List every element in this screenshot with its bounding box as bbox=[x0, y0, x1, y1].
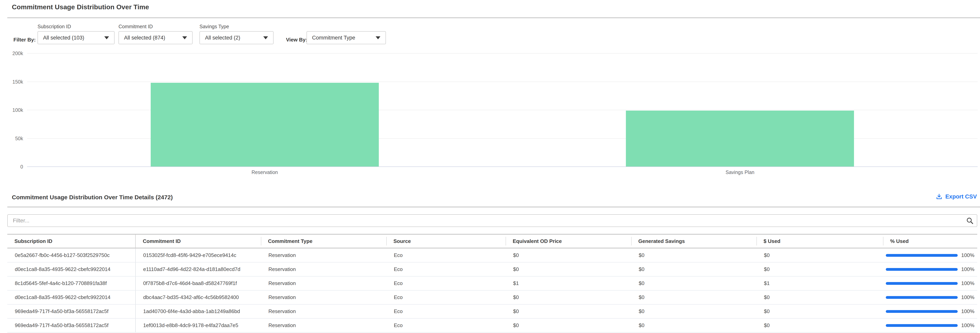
column-header-dollar-used: $ Used bbox=[756, 235, 883, 248]
subscription-id-dropdown[interactable]: All selected (103) bbox=[38, 31, 115, 44]
cell-commitment-id: 0153025f-fcd8-45f6-9429-e705ece9414c bbox=[136, 249, 261, 262]
cell-used: $0 bbox=[756, 290, 883, 304]
cell-commitment-type: Reservation bbox=[261, 304, 386, 318]
chevron-down-icon bbox=[104, 36, 109, 39]
savings-type-dropdown-value: All selected (2) bbox=[205, 35, 260, 41]
cell-generated-savings: $0 bbox=[631, 290, 756, 304]
y-axis-tick-label: 150k bbox=[13, 79, 23, 84]
percent-used-label: 100% bbox=[961, 266, 974, 272]
table-row: d0ec1ca8-8a35-4935-9622-cbefc9922014dbc4… bbox=[7, 290, 977, 304]
cell-generated-savings: $0 bbox=[631, 277, 756, 290]
cell-used: $1 bbox=[756, 277, 883, 290]
cell-source: Eco bbox=[386, 319, 506, 332]
percent-used-label: 100% bbox=[961, 322, 974, 328]
percent-used-label: 100% bbox=[961, 308, 974, 314]
export-csv-label: Export CSV bbox=[945, 193, 977, 200]
gridline bbox=[27, 53, 978, 54]
cell-subscription-id: d0ec1ca8-8a35-4935-9622-cbefc9922014 bbox=[7, 290, 136, 304]
gridline bbox=[27, 81, 978, 82]
percent-used-progress-bar bbox=[886, 296, 958, 299]
y-axis-tick-label: 100k bbox=[13, 107, 23, 113]
details-table: Subscription ID Commitment ID Commitment… bbox=[7, 234, 977, 333]
table-filter bbox=[7, 214, 977, 227]
table-header-row: Subscription ID Commitment ID Commitment… bbox=[7, 234, 977, 249]
cell-commitment-type: Reservation bbox=[261, 263, 386, 276]
filter-group-commitment-id: Commitment ID All selected (874) bbox=[118, 24, 192, 44]
cell-equivalent-od-price: $0 bbox=[506, 304, 631, 318]
view-by-dropdown[interactable]: Commitment Type bbox=[307, 31, 386, 44]
cell-equivalent-od-price: $0 bbox=[506, 249, 631, 262]
cell-commitment-id: 1ad40700-6f4e-4a3d-abba-1ab1249a86bd bbox=[136, 304, 261, 318]
bar-reservation[interactable] bbox=[151, 83, 379, 167]
cell-commitment-type: Reservation bbox=[261, 249, 386, 262]
view-by-label: View By: bbox=[286, 37, 307, 43]
commitment-id-dropdown-value: All selected (874) bbox=[124, 35, 179, 41]
commitment-usage-dashboard: Commitment Usage Distribution Over Time … bbox=[0, 0, 980, 333]
cell-subscription-id: d0ec1ca8-8a35-4935-9622-cbefc9922014 bbox=[7, 263, 136, 276]
percent-used-progress-bar bbox=[886, 282, 958, 285]
cell-used: $0 bbox=[756, 319, 883, 332]
percent-used-progress-bar bbox=[886, 254, 958, 257]
cell-used-percent: 100% bbox=[883, 304, 977, 318]
savings-type-label: Savings Type bbox=[199, 24, 274, 30]
table-filter-input[interactable] bbox=[7, 214, 977, 227]
section-divider bbox=[7, 207, 980, 207]
commitment-usage-bar-chart: 050k100k150k200k ReservationSavings Plan bbox=[27, 53, 978, 182]
column-header-source: Source bbox=[386, 235, 506, 248]
cell-commitment-id: 0f7875b8-d7c6-46d4-baa8-d58247769f1f bbox=[136, 277, 261, 290]
cell-generated-savings: $0 bbox=[631, 263, 756, 276]
table-row: 0e5a2667-fb0c-4456-b127-503f2529750c0153… bbox=[7, 249, 977, 263]
cell-used-percent: 100% bbox=[883, 290, 977, 304]
percent-used-progress-bar bbox=[886, 310, 958, 313]
cell-subscription-id: 0e5a2667-fb0c-4456-b127-503f2529750c bbox=[7, 249, 136, 262]
search-icon[interactable] bbox=[966, 217, 974, 225]
cell-subscription-id: 969eda49-717f-4a50-bf3a-56558172ac5f bbox=[7, 319, 136, 332]
cell-equivalent-od-price: $0 bbox=[506, 263, 631, 276]
bar-savings-plan[interactable] bbox=[626, 111, 854, 167]
savings-type-dropdown[interactable]: All selected (2) bbox=[199, 31, 274, 44]
column-header-percent-used: % Used bbox=[883, 235, 977, 248]
cell-subscription-id: 969eda49-717f-4a50-bf3a-56558172ac5f bbox=[7, 304, 136, 318]
column-header-commitment-type: Commitment Type bbox=[261, 235, 386, 248]
cell-used-percent: 100% bbox=[883, 277, 977, 290]
column-header-subscription-id: Subscription ID bbox=[7, 235, 136, 248]
cell-source: Eco bbox=[386, 304, 506, 318]
export-csv-button[interactable]: Export CSV bbox=[936, 193, 977, 200]
cell-equivalent-od-price: $0 bbox=[506, 290, 631, 304]
cell-equivalent-od-price: $0 bbox=[506, 319, 631, 332]
column-header-commitment-id: Commitment ID bbox=[136, 235, 261, 248]
cell-commitment-id: 1ef0013d-e8b8-4dc9-9178-e4fa27daa7e5 bbox=[136, 319, 261, 332]
commitment-id-label: Commitment ID bbox=[118, 24, 192, 30]
cell-used-percent: 100% bbox=[883, 249, 977, 262]
column-header-equivalent-od-price: Equivalent OD Price bbox=[506, 235, 631, 248]
filter-group-view-by: Commitment Type bbox=[307, 31, 386, 44]
cell-used: $0 bbox=[756, 249, 883, 262]
cell-commitment-type: Reservation bbox=[261, 277, 386, 290]
page-title: Commitment Usage Distribution Over Time bbox=[12, 3, 149, 11]
cell-source: Eco bbox=[386, 277, 506, 290]
percent-used-label: 100% bbox=[961, 252, 974, 258]
filter-group-subscription-id: Subscription ID All selected (103) bbox=[38, 24, 115, 44]
chart-plot-area: 050k100k150k200k bbox=[27, 53, 978, 167]
view-by-dropdown-value: Commitment Type bbox=[312, 35, 372, 41]
cell-subscription-id: 8c1d5645-5fef-4a4c-b120-7708891fa38f bbox=[7, 277, 136, 290]
commitment-id-dropdown[interactable]: All selected (874) bbox=[118, 31, 192, 44]
table-row: 969eda49-717f-4a50-bf3a-56558172ac5f1ad4… bbox=[7, 304, 977, 319]
percent-used-label: 100% bbox=[961, 294, 974, 300]
cell-used: $0 bbox=[756, 263, 883, 276]
subscription-id-dropdown-value: All selected (103) bbox=[43, 35, 101, 41]
cell-equivalent-od-price: $1 bbox=[506, 277, 631, 290]
cell-used-percent: 100% bbox=[883, 263, 977, 276]
table-row: 8c1d5645-5fef-4a4c-b120-7708891fa38f0f78… bbox=[7, 277, 977, 290]
y-axis-tick-label: 200k bbox=[13, 51, 23, 56]
cell-used: $0 bbox=[756, 304, 883, 318]
column-header-generated-savings: Generated Savings bbox=[631, 235, 756, 248]
filter-group-savings-type: Savings Type All selected (2) bbox=[199, 24, 274, 44]
chevron-down-icon bbox=[182, 36, 187, 39]
cell-source: Eco bbox=[386, 290, 506, 304]
table-body: 0e5a2667-fb0c-4456-b127-503f2529750c0153… bbox=[7, 249, 977, 333]
table-row: 969eda49-717f-4a50-bf3a-56558172ac5f1ef0… bbox=[7, 319, 977, 333]
percent-used-progress-bar bbox=[886, 324, 958, 327]
section-divider bbox=[7, 18, 980, 18]
cell-commitment-id: e1110ad7-4d96-4d22-824a-d181a80ecd7d bbox=[136, 263, 261, 276]
